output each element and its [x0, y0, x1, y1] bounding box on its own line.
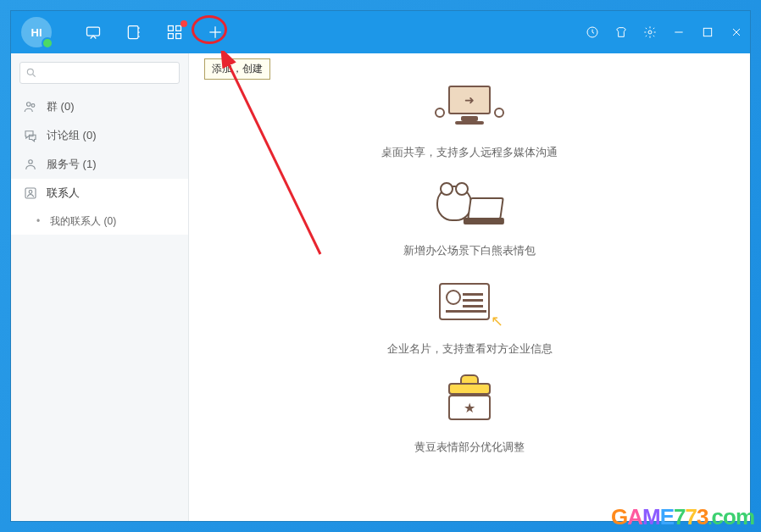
svg-point-20	[27, 103, 31, 107]
svg-point-24	[29, 191, 32, 194]
feature-text: 新增办公场景下白熊表情包	[403, 243, 536, 258]
sidebar: 群 (0) 讨论组 (0) 服务号 (1) 联系人 我的联系人 (0)	[11, 53, 189, 521]
feature-illustration	[431, 177, 508, 236]
sidebar-item-discussions[interactable]: 讨论组 (0)	[11, 121, 188, 150]
feature-bear-stickers: 新增办公场景下白熊表情包	[403, 177, 536, 258]
watermark: GAME773.com	[611, 504, 754, 530]
svg-rect-6	[169, 26, 174, 31]
svg-point-22	[29, 160, 33, 164]
sidebar-item-services[interactable]: 服务号 (1)	[11, 150, 188, 179]
toolbar	[84, 23, 225, 42]
settings-icon[interactable]	[642, 24, 658, 41]
service-icon	[23, 157, 38, 172]
svg-rect-15	[703, 28, 711, 36]
discussion-icon	[23, 128, 38, 143]
messages-icon[interactable]	[84, 23, 103, 42]
svg-point-18	[27, 69, 33, 75]
feature-business-card: ↖ 企业名片，支持查看对方企业信息	[387, 275, 553, 357]
svg-rect-7	[176, 26, 181, 31]
svg-line-19	[33, 75, 36, 77]
sidebar-subitem-label: 我的联系人 (0)	[50, 214, 116, 229]
group-icon	[23, 99, 38, 114]
apps-icon[interactable]	[165, 23, 184, 42]
svg-rect-9	[176, 34, 181, 39]
titlebar: HI	[11, 11, 750, 53]
svg-point-13	[648, 30, 652, 34]
search-wrap	[11, 53, 188, 92]
add-icon[interactable]	[206, 23, 225, 42]
minimize-button[interactable]	[670, 24, 687, 41]
feature-screen-share: 桌面共享，支持多人远程多媒体沟通	[381, 79, 558, 160]
svg-rect-2	[128, 26, 138, 39]
sidebar-item-label: 讨论组 (0)	[47, 128, 97, 143]
feature-text: 桌面共享，支持多人远程多媒体沟通	[381, 145, 558, 160]
close-button[interactable]	[728, 24, 745, 41]
svg-point-21	[31, 104, 35, 108]
history-icon[interactable]	[584, 24, 601, 41]
feature-text: 黄豆表情部分优化调整	[414, 440, 525, 455]
app-window: HI 添加，创建	[10, 10, 751, 522]
search-icon	[25, 67, 37, 79]
contacts-list-icon	[23, 186, 38, 201]
feature-illustration: ↖	[431, 275, 508, 335]
search-input[interactable]	[19, 62, 180, 84]
sidebar-item-groups[interactable]: 群 (0)	[11, 92, 188, 121]
skin-icon[interactable]	[613, 24, 630, 41]
feature-illustration	[431, 79, 508, 138]
sidebar-item-label: 服务号 (1)	[47, 157, 97, 172]
main-content: 桌面共享，支持多人远程多媒体沟通 新增办公场景下白熊表情包 ↖ 企业名片，支持查…	[189, 53, 750, 521]
feature-illustration	[431, 374, 508, 433]
maximize-button[interactable]	[699, 24, 716, 41]
notification-badge	[181, 20, 187, 27]
app-logo[interactable]: HI	[21, 17, 52, 47]
svg-rect-8	[169, 34, 174, 39]
sidebar-item-label: 群 (0)	[47, 99, 75, 114]
feature-text: 企业名片，支持查看对方企业信息	[387, 341, 553, 357]
sidebar-item-label: 联系人	[47, 186, 80, 201]
add-tooltip: 添加，创建	[204, 58, 270, 80]
feature-emoji-update: 黄豆表情部分优化调整	[414, 374, 525, 455]
svg-rect-1	[87, 27, 100, 36]
window-controls	[584, 11, 745, 53]
sidebar-item-contacts[interactable]: 联系人	[11, 179, 188, 208]
contacts-icon[interactable]	[125, 23, 143, 42]
sidebar-subitem-my-contacts[interactable]: 我的联系人 (0)	[11, 208, 188, 235]
body: 群 (0) 讨论组 (0) 服务号 (1) 联系人 我的联系人 (0) 桌面共享…	[11, 53, 750, 521]
